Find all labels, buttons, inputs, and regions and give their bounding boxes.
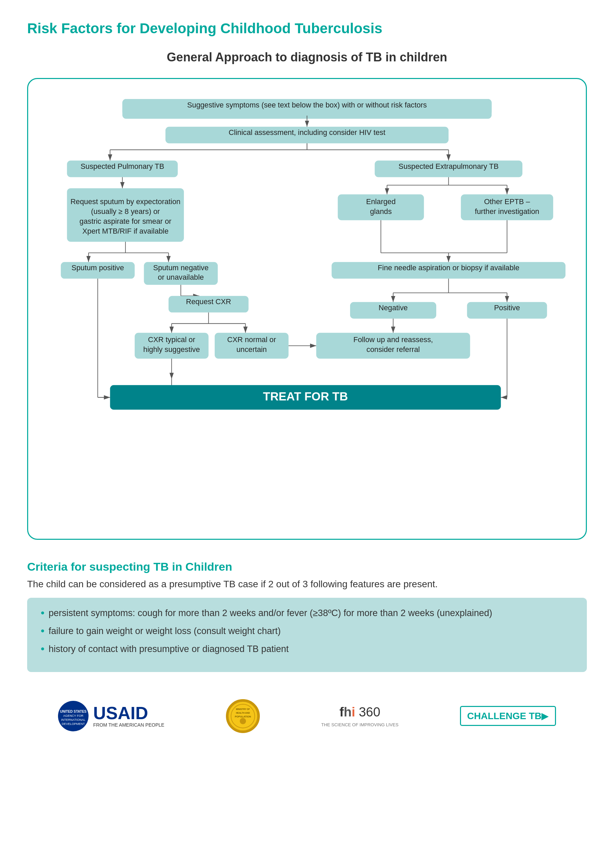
criteria-section: Criteria for suspecting TB in Children T…: [27, 560, 587, 672]
subtitle: General Approach to diagnosis of TB in c…: [27, 50, 587, 64]
svg-text:Other EPTB –: Other EPTB –: [484, 197, 530, 206]
challenge-tb-logo: CHALLENGE TB ▶: [460, 706, 556, 726]
svg-text:INTERNATIONAL: INTERNATIONAL: [61, 718, 85, 722]
usaid-label: USAID: [93, 704, 165, 722]
svg-text:Suspected Extrapulmonary TB: Suspected Extrapulmonary TB: [399, 162, 499, 170]
criteria-box: persistent symptoms: cough for more than…: [27, 598, 587, 672]
usaid-logo: UNITED STATES AGENCY FOR INTERNATIONAL D…: [58, 701, 165, 732]
svg-text:gastric aspirate for smear or: gastric aspirate for smear or: [79, 217, 171, 225]
svg-text:Fine needle aspiration or biop: Fine needle aspiration or biopsy if avai…: [378, 264, 519, 272]
svg-text:Suggestive symptoms (see text : Suggestive symptoms (see text below the …: [187, 101, 427, 109]
svg-text:CXR normal or: CXR normal or: [227, 335, 276, 344]
ministry-seal: MINISTRY OF HEALTH AND POPULATION: [226, 699, 260, 733]
usaid-seal: UNITED STATES AGENCY FOR INTERNATIONAL D…: [58, 701, 89, 732]
challenge-label: CHALLENGE TB: [467, 711, 541, 722]
svg-text:Sputum negative: Sputum negative: [153, 264, 208, 272]
svg-text:Follow up and reassess,: Follow up and reassess,: [353, 335, 433, 344]
page-title: Risk Factors for Developing Childhood Tu…: [27, 20, 587, 37]
usaid-text: USAID FROM THE AMERICAN PEOPLE: [93, 704, 165, 728]
svg-text:POPULATION: POPULATION: [235, 715, 251, 718]
criteria-item-3: history of contact with presumptive or d…: [41, 644, 573, 655]
criteria-intro: The child can be considered as a presump…: [27, 579, 587, 590]
svg-text:HEALTH AND: HEALTH AND: [236, 711, 250, 714]
svg-text:highly suggestive: highly suggestive: [143, 345, 200, 353]
svg-text:MINISTRY OF: MINISTRY OF: [236, 708, 250, 710]
fhi-sublabel: THE SCIENCE OF IMPROVING LIVES: [321, 722, 399, 727]
svg-text:Clinical assessment, including: Clinical assessment, including consider …: [229, 128, 385, 136]
criteria-title: Criteria for suspecting TB in Children: [27, 560, 587, 574]
svg-text:or unavailable: or unavailable: [158, 273, 204, 281]
criteria-list: persistent symptoms: cough for more than…: [41, 608, 573, 655]
svg-text:Sputum positive: Sputum positive: [72, 264, 124, 272]
svg-text:Positive: Positive: [494, 304, 520, 312]
svg-text:AGENCY FOR: AGENCY FOR: [63, 714, 84, 718]
svg-text:consider referral: consider referral: [366, 345, 420, 353]
svg-point-95: [240, 718, 246, 724]
svg-text:uncertain: uncertain: [236, 345, 267, 353]
criteria-item-2: failure to gain weight or weight loss (c…: [41, 626, 573, 637]
svg-text:Suspected Pulmonary TB: Suspected Pulmonary TB: [81, 162, 164, 170]
flowchart-svg: Suggestive symptoms (see text below the …: [48, 96, 566, 521]
svg-text:Request sputum by expectoratio: Request sputum by expectoration: [71, 197, 180, 206]
criteria-item-1: persistent symptoms: cough for more than…: [41, 608, 573, 619]
svg-text:further investigation: further investigation: [475, 207, 539, 215]
svg-text:Xpert MTB/RIF if available: Xpert MTB/RIF if available: [82, 227, 169, 235]
svg-text:TREAT FOR TB: TREAT FOR TB: [263, 390, 348, 403]
svg-text:UNITED STATES: UNITED STATES: [60, 710, 87, 713]
svg-text:Request CXR: Request CXR: [186, 298, 231, 306]
logos-row: UNITED STATES AGENCY FOR INTERNATIONAL D…: [27, 692, 587, 740]
svg-text:(usually ≥ 8 years) or: (usually ≥ 8 years) or: [91, 207, 160, 215]
svg-text:Enlarged: Enlarged: [366, 197, 396, 206]
svg-text:Negative: Negative: [379, 304, 408, 312]
flowchart-container: Suggestive symptoms (see text below the …: [27, 78, 587, 540]
fhi-logo: fhi 360 THE SCIENCE OF IMPROVING LIVES: [321, 705, 399, 727]
challenge-arrow-icon: ▶: [541, 710, 549, 722]
svg-text:CXR typical or: CXR typical or: [148, 335, 195, 344]
usaid-sublabel: FROM THE AMERICAN PEOPLE: [93, 722, 165, 728]
svg-text:glands: glands: [370, 207, 392, 215]
svg-text:DEVELOPMENT: DEVELOPMENT: [62, 722, 85, 725]
